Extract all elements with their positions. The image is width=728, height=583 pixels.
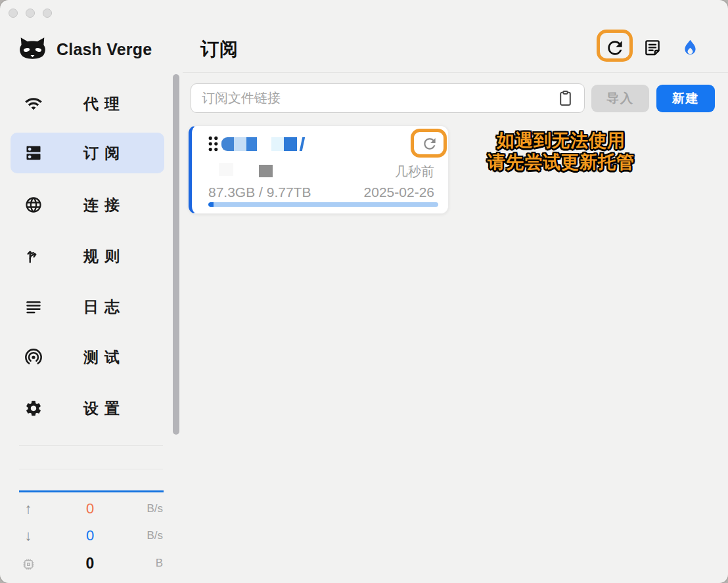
redacted-profile-name xyxy=(271,137,284,151)
drag-handle-icon[interactable] xyxy=(208,136,218,152)
gear-icon xyxy=(24,399,43,418)
memory-value: 0 xyxy=(57,555,123,572)
sidebar-item-label: 日志 xyxy=(83,297,125,317)
profile-updated-time: 几秒前 xyxy=(395,163,434,181)
globe-icon xyxy=(24,196,43,214)
sidebar-item-label: 设置 xyxy=(83,399,125,419)
sidebar-item-settings[interactable]: 设置 xyxy=(11,388,164,429)
highlight-ring-header-refresh xyxy=(597,30,633,62)
sidebar-item-test[interactable]: 测试 xyxy=(11,337,164,378)
upload-stat-row: ↑ 0 B/s xyxy=(0,499,183,519)
upload-unit: B/s xyxy=(124,502,163,515)
app-window: Clash Verge 代理 订阅 连接 规则 日志 测试 xyxy=(0,0,728,583)
sidebar: Clash Verge 代理 订阅 连接 规则 日志 测试 xyxy=(0,0,183,583)
redacted-profile-name xyxy=(234,137,246,151)
profile-url-input[interactable] xyxy=(191,83,585,113)
new-profile-button[interactable]: 新建 xyxy=(656,85,715,112)
view-runtime-config-button[interactable] xyxy=(643,38,664,59)
flame-button[interactable] xyxy=(681,38,702,59)
redacted-detail-block xyxy=(219,163,233,176)
sidebar-item-label: 测试 xyxy=(83,347,125,368)
page-title: 订阅 xyxy=(200,37,239,62)
sidebar-item-label: 订阅 xyxy=(83,143,125,163)
sidebar-divider xyxy=(19,469,163,469)
usage-progress-bar xyxy=(208,202,438,207)
memory-unit: B xyxy=(124,557,163,570)
sidebar-item-label: 连接 xyxy=(83,195,125,215)
profiles-icon xyxy=(24,144,43,162)
highlight-ring-card-refresh xyxy=(411,129,447,158)
sidebar-item-proxy[interactable]: 代理 xyxy=(11,83,164,124)
sidebar-divider xyxy=(19,445,163,446)
import-button[interactable]: 导入 xyxy=(591,85,649,112)
memory-stat-row: 0 B xyxy=(0,553,183,573)
sidebar-item-label: 规则 xyxy=(83,246,125,267)
redacted-profile-name xyxy=(246,137,257,151)
sidebar-scrollbar[interactable] xyxy=(173,74,179,435)
upload-value: 0 xyxy=(57,500,123,517)
redacted-detail-block xyxy=(259,165,273,177)
profile-usage: 87.3GB / 9.77TB xyxy=(208,184,311,200)
profile-expire-date: 2025-02-26 xyxy=(364,184,434,200)
download-arrow-icon: ↓ xyxy=(20,527,37,544)
annotation-line-2: 请先尝试更新托管 xyxy=(485,152,637,173)
wifi-icon xyxy=(24,95,43,113)
profile-card[interactable]: 几秒前 87.3GB / 9.77TB 2025-02-26 xyxy=(189,125,449,214)
header-divider xyxy=(183,72,728,73)
cat-logo-icon xyxy=(18,35,47,63)
traffic-graph-baseline xyxy=(19,490,164,492)
fork-right-icon xyxy=(24,247,43,265)
flame-icon xyxy=(681,38,700,57)
log-lines-icon xyxy=(24,297,43,316)
app-title: Clash Verge xyxy=(57,40,152,59)
redacted-profile-name xyxy=(284,137,297,151)
usage-progress-fill xyxy=(208,202,214,207)
test-target-icon xyxy=(24,348,43,366)
redacted-profile-name xyxy=(300,137,305,151)
app-logo: Clash Verge xyxy=(18,35,152,63)
download-stat-row: ↓ 0 B/s xyxy=(0,526,183,546)
sidebar-item-connections[interactable]: 连接 xyxy=(11,184,164,225)
overlay-annotation-text: 如遇到无法使用 请先尝试更新托管 xyxy=(485,130,637,173)
document-icon xyxy=(643,38,662,58)
download-value: 0 xyxy=(57,527,123,544)
paste-clipboard-icon[interactable] xyxy=(557,89,574,107)
memory-chip-icon xyxy=(20,555,37,572)
upload-arrow-icon: ↑ xyxy=(20,500,37,517)
sidebar-item-label: 代理 xyxy=(83,94,125,114)
annotation-line-1: 如遇到无法使用 xyxy=(485,130,637,152)
redacted-profile-name xyxy=(221,137,234,151)
sidebar-item-profiles[interactable]: 订阅 xyxy=(11,133,164,173)
sidebar-item-rules[interactable]: 规则 xyxy=(11,236,164,276)
sidebar-item-logs[interactable]: 日志 xyxy=(11,286,164,327)
download-unit: B/s xyxy=(124,529,163,542)
